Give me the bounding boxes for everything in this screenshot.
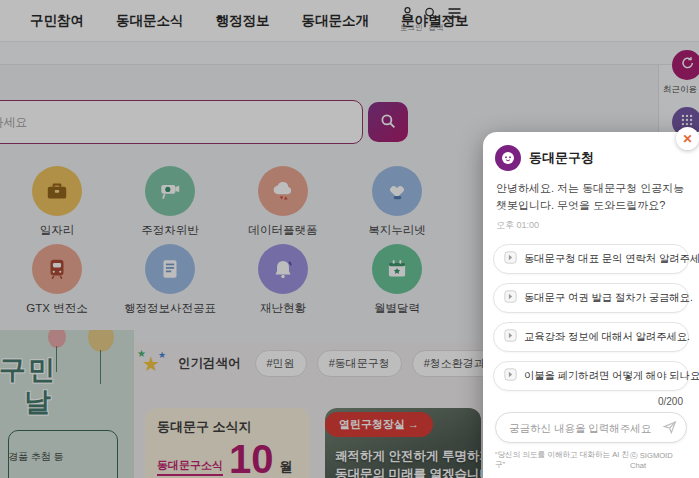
mayor-slogan-line1: 쾌적하게 안전하게 투명하게 (335, 448, 481, 465)
nav-utilities: 로그인 검색 (400, 5, 470, 33)
quick-menu-label: 재난현황 (223, 301, 343, 316)
mayor-slogan-line2: 동대문의 미래를 열겠습니다 (335, 466, 481, 478)
popular-search-label: 인기검색어 (178, 355, 241, 372)
chatbot-greeting: 안녕하세요. 저는 동대문구청 인공지능 챗봇입니다. 무엇을 도와드릴까요? (483, 171, 699, 214)
quick-menu-label: 일자리 (0, 223, 117, 238)
mayor-office-card[interactable]: 열린구청장실 → 쾌적하게 안전하게 투명하게 동대문의 미래를 열겠습니다 (325, 408, 481, 478)
main-search-input[interactable] (0, 100, 363, 144)
suggestion-icon (504, 251, 517, 267)
suggestion-education-button[interactable]: 교육강좌 정보에 대해서 알려주세요. (493, 322, 689, 352)
suggestion-disposal-button[interactable]: 이불을 폐기하려면 어떻게 해야 되나요? (493, 361, 689, 391)
chatbot-message-input[interactable] (495, 412, 687, 443)
quick-menu-jobs[interactable]: 일자리 (0, 166, 117, 238)
newsletter-card[interactable]: 동대문구 소식지 동대문구소식 10 월 (145, 408, 310, 478)
quick-menu-gtx[interactable]: GTX 변전소 (0, 244, 117, 316)
top-navigation: 구민참여 동대문소식 행정정보 동대문소개 분야별정보 로그인 검색 (0, 0, 699, 42)
quick-menu-label: 주정차위반 (110, 223, 230, 238)
chatbot-footer-tagline: “당신의 의도를 이해하고 대화하는 AI 친구” (495, 450, 630, 470)
alert-bell-icon (258, 244, 308, 294)
popular-tag-minwon[interactable]: #민원 (255, 350, 307, 377)
quick-menu-disaster[interactable]: 재난현황 (223, 244, 343, 316)
mayor-badge[interactable]: 열린구청장실 → (325, 412, 433, 437)
char-counter: 0/200 (483, 396, 699, 407)
close-icon: ✕ (682, 133, 692, 145)
hero-top-strip (0, 42, 699, 65)
quick-menu-label: 데이터플랫폼 (223, 223, 343, 238)
chatbot-timestamp: 오후 01:00 (483, 214, 699, 232)
suggestion-label: 교육강좌 정보에 대해서 알려주세요. (524, 330, 690, 344)
quick-menu-parking[interactable]: 주정차위반 (110, 166, 230, 238)
calendar-icon (372, 244, 422, 294)
quick-menu-label: GTX 변전소 (0, 301, 117, 316)
stars-icon: ★★★ (140, 352, 168, 376)
main-search-button[interactable] (368, 102, 408, 142)
suggestion-icon (504, 290, 517, 306)
quick-menu-calendar[interactable]: 월별달력 (337, 244, 457, 316)
event-poster[interactable]: 문구민 날 경품 추첨 등 (0, 330, 134, 478)
newsletter-month-number: 10 (229, 442, 274, 476)
briefcase-icon (32, 166, 82, 216)
suggestion-label: 동대문구 여권 발급 절차가 궁금해요. (524, 291, 693, 305)
suggestion-passport-button[interactable]: 동대문구 여권 발급 절차가 궁금해요. (493, 283, 689, 313)
suggestion-contact-button[interactable]: 동대문구청 대표 문의 연락처 알려주세요. (493, 244, 689, 274)
chatbot-footer: “당신의 의도를 이해하고 대화하는 AI 친구” ⓒ SIGMOID Chat (483, 443, 699, 470)
suggestion-icon (504, 368, 517, 384)
send-button[interactable] (661, 419, 679, 437)
chatbot-title: 동대문구청 (529, 149, 594, 167)
nav-item-gumin[interactable]: 구민참여 (30, 12, 84, 30)
chatbot-input-area: 0/200 “당신의 의도를 이해하고 대화하는 AI 친구” ⓒ SIGMOI… (483, 396, 699, 470)
quick-menu-label: 행정정보사전공표 (110, 301, 230, 316)
search-label: 검색 (429, 23, 444, 33)
quick-menu-welfare[interactable]: 복지누리넷 (337, 166, 457, 238)
chatbot-suggestions: 동대문구청 대표 문의 연락처 알려주세요. 동대문구 여권 발급 절차가 궁금… (483, 232, 699, 391)
search-icon[interactable] (423, 5, 438, 21)
balloon-icon (88, 330, 114, 352)
login-person-icon[interactable] (400, 5, 415, 21)
refresh-icon (679, 55, 695, 75)
chatbot-logo-icon (495, 145, 521, 171)
chatbot-panel: 동대문구청 안녕하세요. 저는 동대문구청 인공지능 챗봇입니다. 무엇을 도와… (483, 132, 699, 478)
hamburger-menu-icon[interactable] (446, 5, 463, 21)
heart-hand-icon (372, 166, 422, 216)
chatbot-footer-brand: ⓒ SIGMOID Chat (630, 451, 687, 470)
recent-used-button[interactable] (672, 50, 699, 80)
suggestion-label: 이불을 폐기하려면 어떻게 해야 되나요? (524, 369, 699, 383)
suggestion-icon (504, 329, 517, 345)
quick-menu-dataplatform[interactable]: 데이터플랫폼 (223, 166, 343, 238)
login-label: 로그인 (400, 23, 423, 33)
nav-item-news[interactable]: 동대문소식 (116, 12, 184, 30)
balloon-icon (48, 330, 66, 348)
chatbot-close-button[interactable]: ✕ (676, 127, 699, 150)
recent-used-label: 최근이용 (660, 84, 699, 96)
suggestion-label: 동대문구청 대표 문의 연락처 알려주세요. (524, 252, 699, 266)
poster-note: 경품 추첨 등 (8, 450, 64, 464)
nav-item-intro[interactable]: 동대문소개 (302, 12, 370, 30)
cloud-icon (258, 166, 308, 216)
train-icon (32, 244, 82, 294)
cctv-camera-icon (145, 166, 195, 216)
chatbot-header: 동대문구청 (483, 132, 699, 171)
newsletter-month-suffix: 월 (280, 458, 293, 476)
nav-item-admin[interactable]: 행정정보 (216, 12, 270, 30)
document-icon (145, 244, 195, 294)
magnifier-icon (379, 112, 397, 133)
popular-tag-office[interactable]: #동대문구청 (317, 350, 402, 377)
page: 구민참여 동대문소식 행정정보 동대문소개 분야별정보 로그인 검색 (0, 0, 699, 478)
paper-plane-icon (662, 423, 678, 438)
newsletter-logo: 동대문구소식 (157, 458, 223, 476)
quick-menu-disclosure[interactable]: 행정정보사전공표 (110, 244, 230, 316)
balloon-string (100, 350, 101, 384)
quick-menu-label: 복지누리넷 (337, 223, 457, 238)
quick-menu-label: 월별달력 (337, 301, 457, 316)
poster-title: 문구민 (0, 352, 57, 388)
newsletter-title: 동대문구 소식지 (157, 418, 298, 436)
poster-title: 날 (24, 384, 51, 420)
